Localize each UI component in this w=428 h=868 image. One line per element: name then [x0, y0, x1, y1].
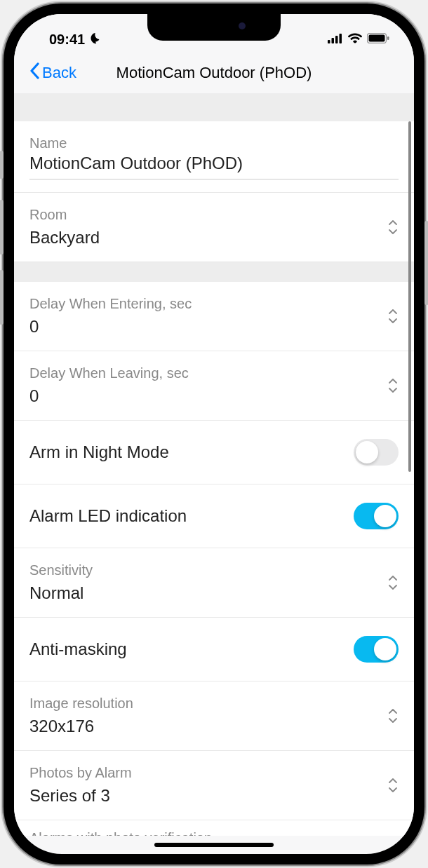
- wifi-icon: [348, 33, 362, 46]
- back-label: Back: [42, 64, 76, 82]
- nav-bar: Back MotionCam Outdoor (PhOD): [14, 53, 414, 93]
- svg-rect-6: [387, 36, 389, 40]
- status-time: 09:41: [49, 32, 85, 48]
- settings-content[interactable]: Name Room Backyard Delay When Entering, …: [14, 93, 414, 836]
- notch: [147, 14, 281, 41]
- phone-side-button: [424, 221, 428, 305]
- photos-by-alarm-value: Series of 3: [29, 783, 387, 808]
- room-row[interactable]: Room Backyard: [14, 193, 414, 262]
- image-resolution-row[interactable]: Image resolution 320x176: [14, 681, 414, 751]
- name-input[interactable]: [29, 154, 399, 179]
- stepper-icon[interactable]: [387, 307, 399, 325]
- photos-by-alarm-label: Photos by Alarm: [29, 762, 387, 783]
- svg-rect-2: [335, 36, 338, 43]
- home-indicator[interactable]: [154, 843, 274, 847]
- image-resolution-value: 320x176: [29, 714, 387, 739]
- svg-rect-1: [332, 38, 335, 43]
- arm-night-label: Arm in Night Mode: [29, 442, 169, 462]
- dnd-moon-icon: [89, 31, 103, 48]
- svg-rect-5: [369, 35, 385, 42]
- screen: 09:41 Ba: [14, 14, 414, 854]
- alarm-led-label: Alarm LED indication: [29, 506, 187, 526]
- phone-frame: 09:41 Ba: [4, 4, 424, 864]
- phone-side-button: [0, 151, 4, 179]
- photos-by-alarm-row[interactable]: Photos by Alarm Series of 3: [14, 751, 414, 820]
- delay-leaving-row[interactable]: Delay When Leaving, sec 0: [14, 351, 414, 421]
- sensitivity-value: Normal: [29, 581, 387, 606]
- alarm-led-row: Alarm LED indication: [14, 484, 414, 548]
- delay-entering-value: 0: [29, 314, 387, 339]
- svg-rect-3: [340, 34, 342, 43]
- cell-signal-icon: [328, 34, 343, 46]
- svg-rect-0: [328, 40, 330, 43]
- stepper-icon[interactable]: [387, 776, 399, 794]
- delay-leaving-value: 0: [29, 384, 387, 409]
- partial-row: Alarms with photo verification: [14, 820, 414, 836]
- phone-side-button: [0, 200, 4, 255]
- stepper-icon[interactable]: [387, 707, 399, 725]
- anti-masking-toggle[interactable]: [354, 636, 399, 663]
- arm-night-toggle[interactable]: [354, 439, 399, 466]
- image-resolution-label: Image resolution: [29, 693, 387, 714]
- delay-entering-row[interactable]: Delay When Entering, sec 0: [14, 282, 414, 351]
- name-row[interactable]: Name: [14, 121, 414, 193]
- battery-icon: [367, 33, 389, 46]
- arm-night-row: Arm in Night Mode: [14, 421, 414, 484]
- section-spacer: [14, 93, 414, 121]
- stepper-icon[interactable]: [387, 218, 399, 236]
- chevron-left-icon: [29, 62, 39, 83]
- delay-entering-label: Delay When Entering, sec: [29, 293, 387, 314]
- anti-masking-label: Anti-masking: [29, 639, 127, 659]
- room-label: Room: [29, 204, 387, 225]
- back-button[interactable]: Back: [29, 62, 76, 83]
- room-value: Backyard: [29, 225, 387, 250]
- page-title: MotionCam Outdoor (PhOD): [29, 64, 399, 82]
- anti-masking-row: Anti-masking: [14, 618, 414, 681]
- sensitivity-label: Sensitivity: [29, 560, 387, 581]
- alarm-led-toggle[interactable]: [354, 503, 399, 529]
- name-label: Name: [29, 133, 399, 154]
- section-spacer: [14, 262, 414, 282]
- delay-leaving-label: Delay When Leaving, sec: [29, 362, 387, 384]
- sensitivity-row[interactable]: Sensitivity Normal: [14, 548, 414, 618]
- stepper-icon[interactable]: [387, 574, 399, 592]
- stepper-icon[interactable]: [387, 377, 399, 395]
- phone-side-button: [0, 270, 4, 325]
- scroll-indicator[interactable]: [408, 121, 411, 472]
